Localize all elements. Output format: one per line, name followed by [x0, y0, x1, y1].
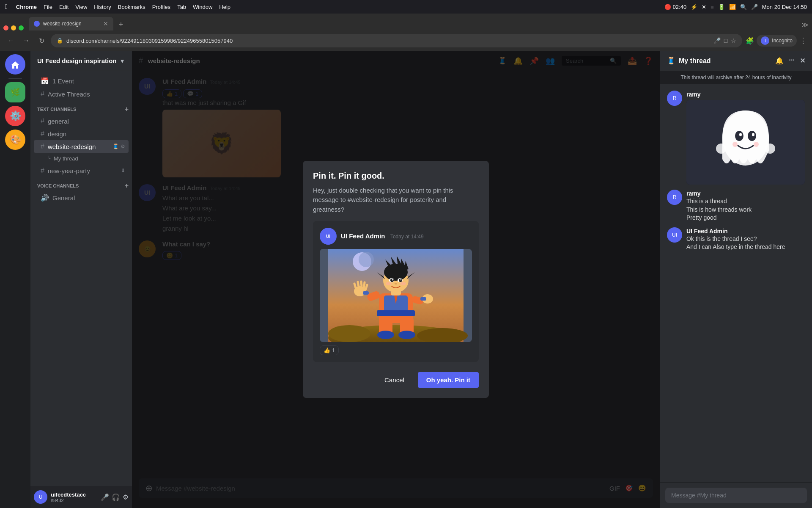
channel-design[interactable]: # design [34, 127, 129, 140]
cancel-button[interactable]: Cancel [378, 372, 411, 388]
home-server-icon[interactable] [5, 54, 25, 75]
siri-icon[interactable]: 🎤 [751, 4, 758, 10]
window-minimize-btn[interactable] [11, 25, 16, 30]
menubar-file[interactable]: File [44, 4, 52, 10]
new-tab-btn[interactable]: + [115, 19, 127, 30]
thread-close-btn[interactable]: ✕ [800, 57, 805, 65]
thread-bell-icon[interactable]: 🔔 [775, 57, 784, 65]
chrome-profile[interactable]: I Incognito [757, 35, 797, 47]
tab-close-btn[interactable]: ✕ [103, 20, 108, 27]
thread-avatar-2: R [667, 190, 682, 205]
forward-btn[interactable]: → [20, 35, 32, 47]
apple-menu[interactable]:  [5, 3, 8, 11]
thread-header: 🧵 My thread 🔔 ⋯ ✕ [660, 51, 812, 71]
svg-point-26 [377, 331, 394, 339]
modal-overlay: Pin it. Pin it good. Hey, just double ch… [132, 51, 660, 508]
thread-icon-header: 🧵 [667, 57, 675, 65]
add-channel-btn[interactable]: + [125, 105, 129, 113]
thread-input-box[interactable]: Message #My thread [665, 488, 807, 503]
extensions-icon[interactable]: 🧩 [746, 37, 754, 45]
menubar-history[interactable]: History [94, 4, 111, 10]
tab-title: website-redesign [43, 21, 100, 27]
server-divider [8, 78, 22, 79]
confirm-pin-button[interactable]: Oh yeah. Pin it [418, 372, 479, 388]
events-item[interactable]: 📅 1 Event [34, 75, 129, 88]
thread-icon: 🧵 [112, 144, 119, 149]
wifi2-icon: ≡ [710, 4, 714, 10]
voice-general[interactable]: 🔊 General [34, 191, 129, 204]
menubar-bookmarks[interactable]: Bookmarks [118, 4, 145, 10]
server-icon-3[interactable]: 🎨 [5, 130, 25, 150]
active-threads-item[interactable]: # Active Threads [34, 88, 129, 100]
search-icon[interactable]: 🔍 [740, 4, 747, 10]
server-icon-2[interactable]: ⚙️ [5, 106, 25, 126]
thread-pin-icon[interactable]: ⋯ [789, 57, 795, 65]
screenshot-icon[interactable]: □ [724, 37, 727, 44]
hash-icon-websiteredesign: # [41, 143, 44, 150]
battery-icon: 🔋 [718, 4, 725, 10]
menubar-help[interactable]: Help [219, 4, 230, 10]
chrome-menu-icon[interactable]: ⋮ [799, 36, 807, 45]
modal-buttons: Cancel Oh yeah. Pin it [313, 372, 479, 388]
menubar-view[interactable]: View [75, 4, 87, 10]
thread-message-1: R ramy [667, 91, 805, 185]
menubar-chrome[interactable]: Chrome [16, 4, 37, 10]
svg-point-44 [395, 283, 397, 284]
window-maximize-btn[interactable] [19, 25, 24, 30]
voice-channels-header[interactable]: VOICE CHANNELS + [30, 180, 132, 191]
svg-point-43 [401, 279, 402, 281]
thread-messages: R ramy [660, 84, 812, 482]
thread-item[interactable]: ╰ My thread [34, 153, 129, 164]
thread-avatar-3: UI [667, 227, 682, 243]
preview-image [320, 249, 472, 342]
mute-icon[interactable]: 🎤 [101, 493, 109, 501]
svg-line-16 [358, 282, 359, 287]
battery-status: 🔴 02:40 [664, 4, 686, 10]
svg-line-19 [366, 285, 367, 289]
user-info: uifeedtestacc #8432 [51, 491, 97, 503]
refresh-btn[interactable]: ↻ [36, 35, 47, 47]
text-channels-header[interactable]: TEXT CHANNELS + [30, 104, 132, 115]
thread-avatar-1: R [667, 91, 682, 106]
svg-point-0 [35, 22, 38, 25]
svg-point-49 [735, 131, 743, 141]
lock-icon: 🔒 [57, 38, 63, 44]
svg-point-5 [359, 252, 374, 267]
discord-app: 🌿 ⚙️ 🎨 UI Feed design inspiration ▼ 📅 1 … [0, 51, 812, 508]
channel-website-redesign[interactable]: # website-redesign 🧵 ⚙ [34, 140, 129, 153]
channel-general[interactable]: # general [34, 115, 129, 127]
thread-author-1: ramy [686, 91, 700, 98]
thread-archive-notice: This thread will archive after 24 hours … [660, 71, 812, 84]
deafen-icon[interactable]: 🎧 [112, 493, 120, 501]
menubar-profiles[interactable]: Profiles [152, 4, 170, 10]
server-icon-1[interactable]: 🌿 [5, 82, 25, 102]
url-bar[interactable]: 🔒 discord.com/channels/92249118030915998… [51, 34, 742, 47]
add-voice-channel-btn[interactable]: + [125, 182, 129, 190]
server-name-header[interactable]: UI Feed design inspiration ▼ [30, 51, 132, 71]
svg-point-45 [386, 282, 392, 285]
mic-icon[interactable]: 🎤 [713, 37, 721, 44]
settings-icon-user[interactable]: ⚙ [123, 493, 129, 501]
tab-end-btn[interactable]: ≫ [801, 21, 809, 30]
back-btn[interactable]: ← [5, 35, 17, 47]
preview-avatar: UI [320, 228, 337, 245]
thread-image [686, 100, 805, 185]
chrome-tab-website-redesign[interactable]: website-redesign ✕ [29, 17, 113, 30]
window-close-btn[interactable] [3, 25, 8, 30]
chrome-addressbar: ← → ↻ 🔒 discord.com/channels/92249118030… [0, 30, 812, 51]
bookmark-icon[interactable]: ☆ [731, 37, 736, 44]
svg-line-15 [354, 284, 356, 288]
menubar-window[interactable]: Window [193, 4, 212, 10]
menubar-edit[interactable]: Edit [59, 4, 69, 10]
thread-text-2: This is a threadThis is how threads work… [686, 197, 752, 222]
menubar-tab[interactable]: Tab [177, 4, 186, 10]
hash-icon-design: # [41, 130, 44, 138]
svg-point-51 [739, 133, 742, 136]
calendar-icon: 📅 [41, 77, 49, 85]
channel-new-year-party[interactable]: # new-year-party ⬇ [34, 164, 129, 177]
svg-point-53 [732, 142, 738, 147]
modal-description: Hey, just double checking that you want … [313, 186, 479, 215]
preview-reaction[interactable]: 👍 1 [320, 345, 339, 355]
svg-point-56 [765, 144, 775, 154]
modal-title: Pin it. Pin it good. [313, 171, 479, 181]
